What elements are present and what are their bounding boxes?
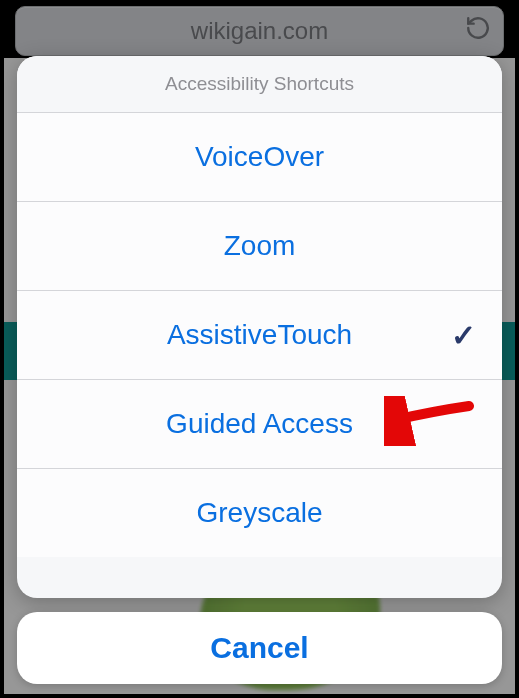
sheet-item-label: AssistiveTouch [167,319,352,351]
sheet-item-zoom[interactable]: Zoom [17,202,502,291]
cancel-button[interactable]: Cancel [17,612,502,684]
sheet-item-label: Greyscale [196,497,322,529]
checkmark-icon: ✓ [451,318,476,353]
accessibility-shortcuts-sheet: Accessibility Shortcuts VoiceOver Zoom A… [17,56,502,598]
sheet-item-guided-access[interactable]: Guided Access [17,380,502,469]
sheet-title-label: Accessibility Shortcuts [165,73,354,95]
sheet-item-voiceover[interactable]: VoiceOver [17,113,502,202]
sheet-item-label: VoiceOver [195,141,324,173]
cancel-button-label: Cancel [210,631,308,665]
sheet-item-greyscale[interactable]: Greyscale [17,469,502,557]
sheet-title: Accessibility Shortcuts [17,56,502,113]
sheet-item-label: Zoom [224,230,296,262]
sheet-item-label: Guided Access [166,408,353,440]
sheet-item-assistivetouch[interactable]: AssistiveTouch ✓ [17,291,502,380]
